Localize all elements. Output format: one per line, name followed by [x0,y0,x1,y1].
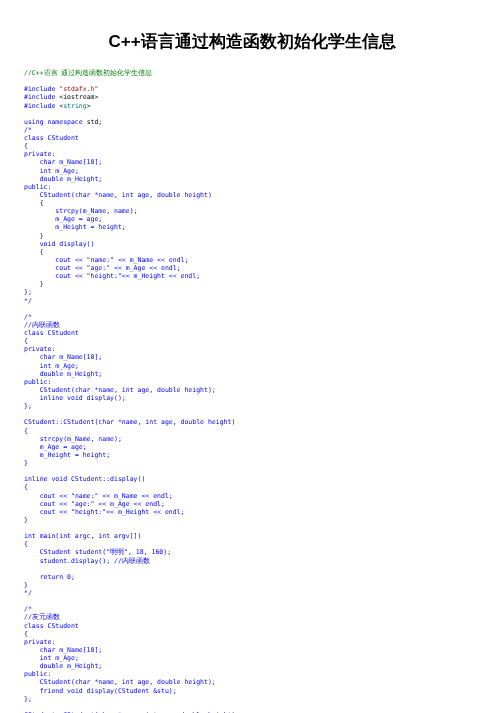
code-line: cout << "name:" << m_Name << endl; [24,256,480,264]
code-line: { [24,630,480,638]
code-line: } [24,516,480,524]
code-token: double m_Height; [40,662,103,670]
code-line: */ [24,589,480,597]
code-line: */ [24,297,480,305]
code-line: { [24,248,480,256]
code-line: CStudent(char *name, int age, double hei… [24,386,480,394]
code-token: cout << "name:" << m_Name << endl; [55,256,188,264]
code-line: private: [24,638,480,646]
code-token: char m_Name[10]; [40,646,103,654]
code-line: cout << "name:" << m_Name << endl; [24,492,480,500]
code-line: private: [24,345,480,353]
code-line: m_Age = age; [24,443,480,451]
code-token: cout << "height:"<< m_Height << endl; [55,272,200,280]
code-token: cout << "name:" << m_Name << endl; [40,492,173,500]
code-line [24,110,480,118]
code-token: */ [24,589,32,597]
code-line: }; [24,402,480,410]
code-line: char m_Name[10]; [24,646,480,654]
code-token: CStudent(char *name, int age, double hei… [40,191,212,199]
code-token: #include [24,102,59,110]
code-token: CStudent student("明明", 18, 160); [40,548,171,556]
code-token: }; [24,288,32,296]
code-token: student.display(); //内联函数 [40,557,150,565]
code-token: std; [87,118,103,126]
code-line [24,565,480,573]
code-token: private: [24,150,55,158]
code-token: } [24,581,28,589]
code-line: CStudent(char *name, int age, double hei… [24,678,480,686]
code-line: double m_Height; [24,370,480,378]
code-line: int m_Age; [24,654,480,662]
code-line: strcpy(m_Name, name); [24,435,480,443]
code-token: #include [24,93,59,101]
code-line: } [24,280,480,288]
code-token: int m_Age; [40,362,79,370]
code-token: { [24,483,28,491]
code-token: } [40,280,44,288]
code-block: //C++语言 通过构造函数初始化学生信息 #include "stdafx.h… [24,69,480,713]
code-line: { [24,199,480,207]
code-token: return 0; [40,573,75,581]
code-token: string [63,102,86,110]
code-line: public: [24,183,480,191]
code-token: }; [24,695,32,703]
code-line: { [24,337,480,345]
code-token: char m_Name[10]; [40,353,103,361]
code-token: } [24,516,28,524]
code-line [24,305,480,313]
code-token: m_Age = age; [55,215,102,223]
code-token: <iostream> [59,93,98,101]
code-token: } [24,459,28,467]
code-line: }; [24,288,480,296]
code-token: friend void display(CStudent &stu); [40,687,177,695]
code-token: { [24,427,28,435]
code-line: //友元函数 [24,613,480,621]
code-line [24,77,480,85]
code-line: using namespace std; [24,118,480,126]
code-line: /* [24,605,480,613]
code-line: friend void display(CStudent &stu); [24,687,480,695]
code-line: m_Height = height; [24,451,480,459]
code-line: return 0; [24,573,480,581]
code-line: } [24,232,480,240]
code-line: CStudent(char *name, int age, double hei… [24,191,480,199]
code-token: int m_Age; [40,167,79,175]
code-token: m_Height = height; [40,451,110,459]
code-line: #include "stdafx.h" [24,85,480,93]
code-token: cout << "age:" << m_Age << endl; [55,264,180,272]
code-token: double m_Height; [40,175,103,183]
code-line: private: [24,150,480,158]
code-token: m_Height = height; [55,223,125,231]
code-token: { [24,540,28,548]
code-token: #include [24,85,59,93]
code-line: double m_Height; [24,175,480,183]
code-line: { [24,427,480,435]
code-token: class CStudent [24,622,79,630]
code-token: CStudent(char *name, int age, double hei… [40,386,216,394]
code-token: /* [24,605,32,613]
page-title: C++语言通过构造函数初始化学生信息 [24,30,480,53]
code-token: inline void CStudent::display() [24,475,145,483]
code-token: int m_Age; [40,654,79,662]
code-line: } [24,459,480,467]
code-line [24,410,480,418]
code-token: class CStudent [24,329,79,337]
code-line: class CStudent [24,329,480,337]
code-line: cout << "height:"<< m_Height << endl; [24,272,480,280]
code-line: { [24,540,480,548]
code-token: class CStudent [24,134,79,142]
code-token: { [40,199,44,207]
code-line: { [24,483,480,491]
code-line [24,597,480,605]
code-line: #include <iostream> [24,93,480,101]
code-line: class CStudent [24,134,480,142]
code-line: //C++语言 通过构造函数初始化学生信息 [24,69,480,77]
code-token: strcpy(m_Name, name); [40,435,122,443]
code-line: int main(int argc, int argv[]) [24,532,480,540]
code-line: cout << "age:" << m_Age << endl; [24,264,480,272]
code-token: CStudent::CStudent(char *name, int age, … [24,418,235,426]
code-line [24,524,480,532]
code-line: double m_Height; [24,662,480,670]
code-line: char m_Name[10]; [24,158,480,166]
